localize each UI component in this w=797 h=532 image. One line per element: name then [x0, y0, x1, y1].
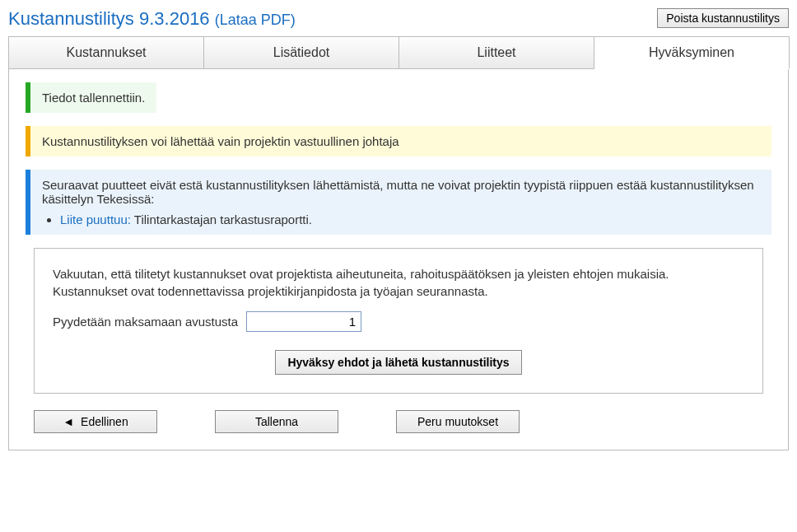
confirm-box: Vakuutan, että tilitetyt kustannukset ov… [34, 248, 763, 394]
footer-buttons: ◄ Edellinen Tallenna Peru muutokset [34, 410, 771, 433]
alert-missing-intro: Seuraavat puutteet eivät estä kustannust… [42, 178, 760, 206]
missing-item: Liite puuttuu: Tilintarkastajan tarkastu… [60, 212, 760, 226]
pay-amount-label: Pyydetään maksamaan avustusta [53, 315, 238, 329]
alert-info-body: Seuraavat puutteet eivät estä kustannust… [30, 170, 771, 235]
alert-only-leader-text: Kustannustilityksen voi lähettää vain pr… [30, 126, 771, 156]
alert-missing-items: Seuraavat puutteet eivät estä kustannust… [26, 170, 771, 235]
tab-bar: Kustannukset Lisätiedot Liitteet Hyväksy… [8, 36, 789, 69]
save-button[interactable]: Tallenna [215, 410, 338, 433]
tab-content: Tiedot tallennettiin. Kustannustilitykse… [8, 69, 789, 450]
previous-button-label: Edellinen [81, 415, 128, 428]
tab-approval[interactable]: Hyväksyminen [594, 36, 790, 68]
missing-item-text: Tilintarkastajan tarkastusraportti. [134, 212, 312, 226]
tab-costs[interactable]: Kustannukset [8, 36, 204, 68]
delete-cost-report-button[interactable]: Poista kustannustilitys [657, 8, 789, 28]
download-pdf-link[interactable]: (Lataa PDF) [215, 12, 296, 28]
cancel-changes-button[interactable]: Peru muutokset [396, 410, 520, 433]
chevron-left-icon: ◄ [63, 415, 74, 428]
confirm-statement: Vakuutan, että tilitetyt kustannukset ov… [53, 265, 744, 300]
previous-button[interactable]: ◄ Edellinen [34, 410, 157, 433]
tab-details[interactable]: Lisätiedot [203, 36, 399, 68]
pay-amount-input[interactable] [246, 311, 361, 332]
title-text: Kustannustilitys 9.3.2016 [8, 8, 210, 29]
page-title: Kustannustilitys 9.3.2016 (Lataa PDF) [8, 8, 296, 30]
tab-attachments[interactable]: Liitteet [398, 36, 594, 68]
approve-and-send-button[interactable]: Hyväksy ehdot ja lähetä kustannustilitys [275, 350, 521, 375]
alert-saved: Tiedot tallennettiin. [26, 82, 156, 113]
alert-only-leader: Kustannustilityksen voi lähettää vain pr… [26, 126, 771, 156]
alert-saved-text: Tiedot tallennettiin. [30, 82, 156, 113]
missing-item-label: Liite puuttuu: [60, 212, 131, 226]
